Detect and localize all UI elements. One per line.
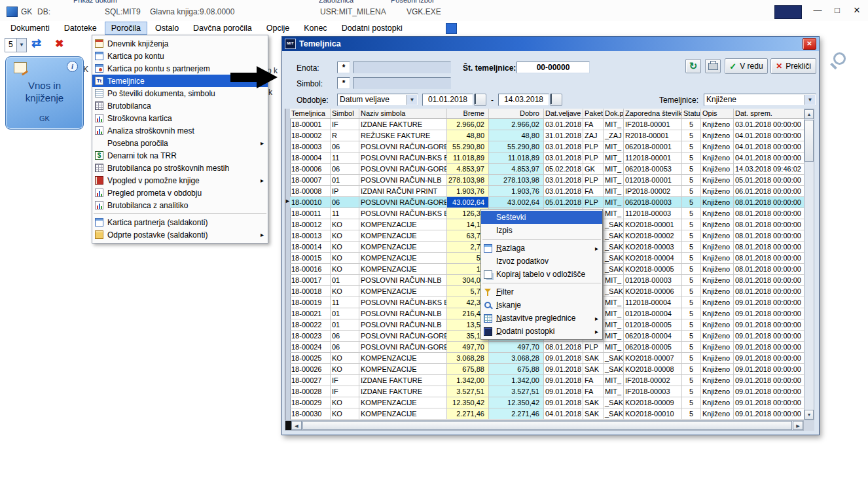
table-row[interactable]: 18-0000411POSLOVNI RAČUN-BKS BAN11.018,8… — [290, 153, 805, 164]
context-menu-item-izvoz-podatkov[interactable]: Izvoz podatkov — [481, 255, 602, 268]
vertical-scroll-thumb[interactable] — [805, 120, 814, 162]
column-header-opis[interactable]: Opis — [701, 109, 734, 119]
tile-vnos-in-knjizenje[interactable]: i Vnos in knjiženje GK — [5, 56, 84, 130]
context-menu-item-izpis[interactable]: Izpis — [481, 224, 602, 237]
menu-item-analiza-stroskovnih-mest[interactable]: Analiza stroškovnih mest — [92, 124, 268, 137]
date-from-calendar-button[interactable] — [474, 94, 486, 106]
horizontal-scroll-thumb[interactable] — [302, 421, 792, 430]
chevron-down-icon[interactable]: ▼ — [805, 95, 815, 105]
menu-item-stroskovna-kartica[interactable]: Stroškovna kartica — [92, 112, 268, 124]
column-header-temeljnica[interactable]: Temeljnica — [290, 109, 331, 119]
context-menu-item-sestevki[interactable]: Seštevki — [481, 211, 602, 224]
ok-button[interactable]: ✓V redu — [725, 58, 768, 74]
date-from-field[interactable]: 01.01.2018 — [422, 94, 473, 106]
menu-item-kartica-partnerja-saldakonti[interactable]: Kartica partnerja (saldakonti) — [92, 216, 268, 228]
temeljnice-filter-select[interactable]: Knjižene ▼ — [704, 94, 816, 106]
menu-item-vpogled-v-pomozne-knjige[interactable]: Vpogled v pomožne knjige▸ — [92, 174, 268, 187]
vertical-scrollbar[interactable]: ▲ ▼ — [804, 109, 814, 420]
scroll-left-icon[interactable]: ◀ — [291, 421, 302, 430]
scroll-down-icon[interactable]: ▼ — [805, 410, 814, 420]
delete-icon[interactable]: ✖ — [55, 37, 63, 50]
menu-item-brutobilanca-po-stroskovnih-mestih[interactable]: Brutobilanca po stroškovnih mestih — [92, 162, 268, 174]
table-row[interactable]: 18-0000606POSLOVNI RAČUN-GORENJ4.853,974… — [290, 164, 805, 175]
st-temeljnice-field[interactable]: 00-00000 — [516, 62, 590, 73]
info-icon[interactable]: i — [67, 61, 78, 72]
dialog-close-icon[interactable]: ✕ — [803, 38, 816, 50]
menu-item-denarni-tok-na-trr[interactable]: Denarni tok na TRR — [92, 149, 268, 162]
table-row[interactable]: 18-00026KOKOMPENZACIJE675,88675,8809.01.… — [290, 364, 805, 375]
context-menu-item-dodatni-postopki[interactable]: Dodatni postopki▸ — [481, 325, 602, 338]
cancel-button[interactable]: ✕Prekliči — [770, 58, 816, 74]
search-icon[interactable] — [829, 51, 847, 69]
table-row[interactable]: 18-00002RREŽIJSKE FAKTURE48,8048,8031.01… — [290, 130, 805, 141]
table-row[interactable]: 18-00029KOKOMPENZACIJE12.350,4212.350,42… — [290, 397, 805, 408]
menu-item-pregled-prometa-v-obdobju[interactable]: Pregled prometa v obdobju — [92, 187, 268, 199]
scroll-up-icon[interactable]: ▲ — [805, 109, 814, 119]
column-header-breme[interactable]: Breme — [447, 109, 489, 119]
menu-konec[interactable]: Konec — [297, 22, 333, 35]
scroll-right-icon[interactable]: ▶ — [793, 421, 803, 430]
menu-ostalo[interactable]: Ostalo — [149, 22, 185, 35]
cell: KO2018-00007 — [624, 353, 682, 364]
obdobje-mode-select[interactable]: Datum veljave ▼ — [337, 94, 418, 106]
column-header-simbol[interactable]: Simbol — [331, 109, 359, 119]
horizontal-scrollbar[interactable]: ◀ ▶ — [285, 420, 804, 431]
column-header-zaporedna-stevilka[interactable]: Zaporedna številka — [624, 109, 682, 119]
page-size-combobox[interactable]: 5 ▼ — [5, 38, 27, 52]
chevron-down-icon[interactable]: ▼ — [16, 39, 26, 52]
simbol-wildcard-field[interactable]: * — [337, 77, 350, 89]
context-menu-item-kopiraj-tabelo-v-odlozisce[interactable]: Kopiraj tabelo v odložišče — [481, 268, 602, 281]
context-menu-item-razlaga[interactable]: Razlaga▸ — [481, 242, 602, 255]
table-row[interactable]: 18-00030KOKOMPENZACIJE2.271,462.271,4604… — [290, 408, 805, 420]
chevron-down-icon[interactable]: ▼ — [407, 95, 417, 105]
column-header-dobro[interactable]: Dobro — [489, 109, 544, 119]
simbol-field[interactable] — [353, 77, 451, 89]
date-to-calendar-button[interactable] — [550, 94, 562, 106]
column-header-dat-veljave[interactable]: Dat.veljave — [544, 109, 583, 119]
maximize-icon[interactable]: □ — [829, 3, 846, 18]
column-header-dat-sprem[interactable]: Dat. sprem. — [734, 109, 805, 119]
context-menu-item-iskanje[interactable]: Iskanje — [481, 298, 602, 312]
menu-datoteke[interactable]: Datoteke — [58, 22, 103, 35]
menu-dodatni-postopki[interactable]: Dodatni postopki — [335, 22, 409, 35]
table-row[interactable]: 18-00025KOKOMPENZACIJE3.068,283.068,2809… — [290, 353, 805, 364]
menu-item-brutobilanca-z-analitiko[interactable]: Brutobilanca z analitiko — [92, 199, 268, 211]
no-icon — [484, 257, 492, 266]
cell: 06.01.2018 00:00:00 — [734, 186, 805, 197]
minimize-icon[interactable]: — — [809, 3, 826, 18]
table-row[interactable]: 18-0000306POSLOVNI RAČUN-GORENJ55.290,80… — [290, 141, 805, 153]
close-icon[interactable]: ✕ — [848, 3, 865, 18]
table-row[interactable]: 18-00027IFIZDANE FAKTURE1.342,001.342,00… — [290, 375, 805, 386]
date-to-field[interactable]: 14.03.2018 — [498, 94, 549, 106]
menu-item-label: Vpogled v pomožne knjige — [107, 176, 257, 185]
menu-item-odprte-postavke-saldakonti[interactable]: Odprte postavke (saldakonti)▸ — [92, 228, 268, 241]
menu-item-kartica-po-kontu[interactable]: Kartica po kontu — [92, 50, 268, 62]
dialog-titlebar[interactable]: MIT Temeljnica ✕ — [282, 37, 819, 51]
cell: 09.01.2018 — [544, 375, 583, 386]
menu-dokumenti[interactable]: Dokumenti — [4, 22, 56, 35]
column-header-dok-p[interactable]: Dok.p — [604, 109, 624, 119]
table-row[interactable]: 18-0002406POSLOVNI RAČUN-GORENJ497,70497… — [290, 342, 805, 353]
menu-item-dnevnik-knjizenja[interactable]: Dnevnik knjiženja — [92, 37, 268, 50]
enota-wildcard-field[interactable]: * — [337, 62, 350, 73]
refresh-icon[interactable]: ⇄ — [31, 36, 41, 50]
table-row[interactable]: 18-00028IFIZDANE FAKTURE3.527,513.527,51… — [290, 386, 805, 397]
context-menu-item-nastavitve-preglednice[interactable]: Nastavitve preglednice▸ — [481, 312, 602, 325]
column-header-naziv-simbola[interactable]: Naziv simbola — [359, 109, 447, 119]
menu-item-posebna-porocila[interactable]: Posebna poročila▸ — [92, 137, 268, 149]
menu-davcna-porocila[interactable]: Davčna poročila — [187, 22, 259, 35]
column-header-status[interactable]: Status — [682, 109, 701, 119]
menu-porocila[interactable]: Poročila — [105, 22, 147, 35]
print-button[interactable] — [705, 59, 721, 73]
table-row[interactable]: 18-0000701POSLOVNI RAČUN-NLB278.103,9827… — [290, 175, 805, 186]
enota-field[interactable] — [353, 62, 451, 73]
menu-item-brutobilanca[interactable]: Brutobilanca — [92, 99, 268, 112]
menubar-extra-icon[interactable] — [446, 23, 457, 34]
table-row[interactable]: 18-00008IPIZDANI RAČUNI PRINT1.903,761.9… — [290, 186, 805, 197]
table-row[interactable]: 18-0001006POSLOVNI RAČUN-GORENJ43.002,64… — [290, 197, 805, 208]
column-header-paket[interactable]: Paket — [583, 109, 604, 119]
dialog-refresh-button[interactable]: ↻ — [685, 59, 701, 73]
menu-opcije[interactable]: Opcije — [260, 22, 296, 35]
context-menu-item-filter[interactable]: Filter — [481, 285, 602, 298]
table-row[interactable]: 18-00001IFIZDANE FAKTURE2.966,022.966,02… — [290, 119, 805, 130]
